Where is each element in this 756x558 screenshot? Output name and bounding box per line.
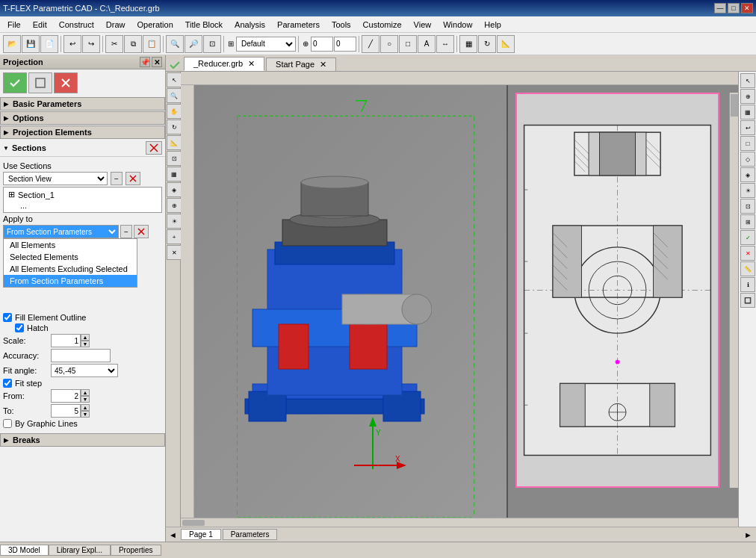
tab-start-close[interactable]: ✕ — [320, 60, 326, 69]
tree-item-section1[interactable]: ⊞ Section_1 — [5, 189, 160, 200]
menu-construct[interactable]: Construct — [53, 19, 100, 31]
hscroll-bottom[interactable] — [181, 518, 738, 527]
tb-redo[interactable]: ↪ — [82, 35, 100, 53]
hscroll-thumb[interactable] — [182, 520, 205, 526]
tool-zoom[interactable]: 🔍 — [167, 88, 182, 103]
rt-3d-view[interactable]: 🔲 — [740, 293, 755, 308]
tb-rotate[interactable]: ↻ — [478, 35, 496, 53]
menu-view[interactable]: View — [408, 19, 438, 31]
menu-tools[interactable]: Tools — [326, 19, 357, 31]
sections-toggle[interactable]: ▼ — [3, 145, 9, 152]
rt-grid[interactable]: ⊞ — [740, 214, 755, 229]
tool-snap[interactable]: ⊕ — [167, 198, 182, 213]
3d-view[interactable]: Y X — [194, 85, 506, 518]
menu-operation[interactable]: Operation — [131, 19, 179, 31]
scroll-left-icon[interactable]: ◄ — [169, 530, 178, 539]
page1-tab[interactable]: Page 1 — [181, 529, 221, 540]
tool-measure[interactable]: 📐 — [167, 135, 182, 150]
tool-view[interactable]: ▦ — [167, 167, 182, 182]
tool-render[interactable]: ◈ — [167, 182, 182, 197]
menu-customize[interactable]: Customize — [357, 19, 408, 31]
profile-dropdown[interactable]: Default — [236, 37, 296, 52]
confirm-button[interactable] — [3, 72, 27, 93]
panel-pin-button[interactable]: 📌 — [140, 57, 150, 67]
section-breaks[interactable]: ▶ Breaks — [0, 433, 165, 447]
tool-pan[interactable]: ✋ — [167, 104, 182, 119]
parameters-tab[interactable]: Parameters — [223, 529, 278, 540]
tb-copy[interactable]: ⧉ — [124, 35, 142, 53]
tool-plus[interactable]: + — [167, 229, 182, 244]
section-options[interactable]: ▶ Options — [0, 111, 165, 125]
tool-section[interactable]: ⊡ — [167, 151, 182, 166]
menu-window[interactable]: Window — [437, 19, 478, 31]
apply-to-dropdown[interactable]: All Elements Selected Elements All Eleme… — [3, 225, 119, 238]
rt-info[interactable]: ℹ — [740, 277, 755, 292]
apply-x-button[interactable] — [134, 225, 149, 238]
tb-text[interactable]: A — [418, 35, 436, 53]
section-view-plus[interactable] — [126, 172, 140, 185]
tb-undo[interactable]: ↩ — [63, 35, 81, 53]
apply-minus-button[interactable]: − — [120, 225, 132, 238]
scale-up[interactable]: ▲ — [81, 334, 90, 341]
fit-angle-dropdown[interactable]: 45,-45 — [51, 364, 118, 377]
fill-outline-checkbox[interactable] — [3, 313, 12, 322]
by-graphic-checkbox[interactable] — [3, 419, 12, 428]
to-input[interactable] — [51, 404, 81, 418]
rt-3d-box[interactable]: ▦ — [740, 105, 755, 120]
rt-measure[interactable]: 📏 — [740, 261, 755, 276]
rt-front[interactable]: □ — [740, 136, 755, 151]
tb-zoom-out[interactable]: 🔎 — [185, 35, 202, 53]
menu-parameters[interactable]: Parameters — [271, 19, 326, 31]
vscroll-thumb[interactable] — [731, 94, 738, 117]
hatch-checkbox[interactable] — [15, 323, 24, 332]
library-explorer-tab[interactable]: Library Expl... — [49, 545, 111, 556]
tb-measure[interactable]: 📐 — [497, 35, 515, 53]
fit-step-checkbox[interactable] — [3, 379, 12, 388]
tb-fit[interactable]: ⊡ — [203, 35, 221, 53]
section-projection-elements[interactable]: ▶ Projection Elements — [0, 125, 165, 139]
tb-cut[interactable]: ✂ — [105, 35, 123, 53]
maximize-button[interactable]: □ — [728, 3, 740, 13]
tb-line[interactable]: ╱ — [362, 35, 379, 53]
menu-titleblock[interactable]: Title Block — [179, 19, 229, 31]
menu-draw[interactable]: Draw — [100, 19, 131, 31]
menu-help[interactable]: Help — [478, 19, 507, 31]
tb-dim[interactable]: ↔ — [436, 35, 454, 53]
2d-view[interactable] — [506, 85, 738, 518]
option-all[interactable]: All Elements — [4, 239, 137, 251]
properties-tab[interactable]: Properties — [111, 545, 161, 556]
section-basic-parameters[interactable]: ▶ Basic Parameters — [0, 97, 165, 111]
rt-rotate-ccw[interactable]: ↩ — [740, 120, 755, 135]
panel-close-button[interactable]: ✕ — [152, 57, 162, 67]
option-excluding[interactable]: All Elements Excluding Selected — [4, 263, 137, 275]
vscroll-2d[interactable] — [729, 93, 738, 488]
menu-file[interactable]: File — [1, 19, 27, 31]
section-view-dropdown[interactable]: Section View Cut View Half Section — [3, 172, 108, 185]
3d-model-tab[interactable]: 3D Model — [0, 545, 49, 556]
tab-reducer[interactable]: _Reducer.grb ✕ — [184, 57, 264, 71]
tb-circle[interactable]: ○ — [380, 35, 398, 53]
sections-delete-button[interactable] — [146, 141, 162, 155]
rt-section[interactable]: ⊡ — [740, 199, 755, 214]
minimize-button[interactable]: — — [714, 3, 726, 13]
section-view-minus[interactable]: − — [111, 172, 123, 185]
tb-3d[interactable]: ▦ — [459, 35, 477, 53]
tb-rect[interactable]: □ — [399, 35, 417, 53]
tool-rotate[interactable]: ↻ — [167, 120, 182, 134]
from-down[interactable]: ▼ — [81, 396, 90, 403]
from-up[interactable]: ▲ — [81, 389, 90, 396]
menu-analysis[interactable]: Analysis — [229, 19, 271, 31]
coord-y[interactable] — [334, 37, 356, 52]
rt-perspective[interactable]: ◇ — [740, 152, 755, 167]
tool-select[interactable]: ↖ — [167, 72, 182, 87]
cancel-button[interactable] — [54, 72, 78, 93]
rt-light[interactable]: ☀ — [740, 183, 755, 198]
to-down[interactable]: ▼ — [81, 411, 90, 418]
tab-reducer-close[interactable]: ✕ — [248, 59, 255, 68]
tb-open[interactable]: 📂 — [3, 35, 21, 53]
tb-new[interactable]: 📄 — [40, 35, 58, 53]
to-up[interactable]: ▲ — [81, 404, 90, 411]
rt-render[interactable]: ◈ — [740, 167, 755, 182]
scale-down[interactable]: ▼ — [81, 341, 90, 347]
scroll-right-icon[interactable]: ► — [744, 530, 753, 539]
